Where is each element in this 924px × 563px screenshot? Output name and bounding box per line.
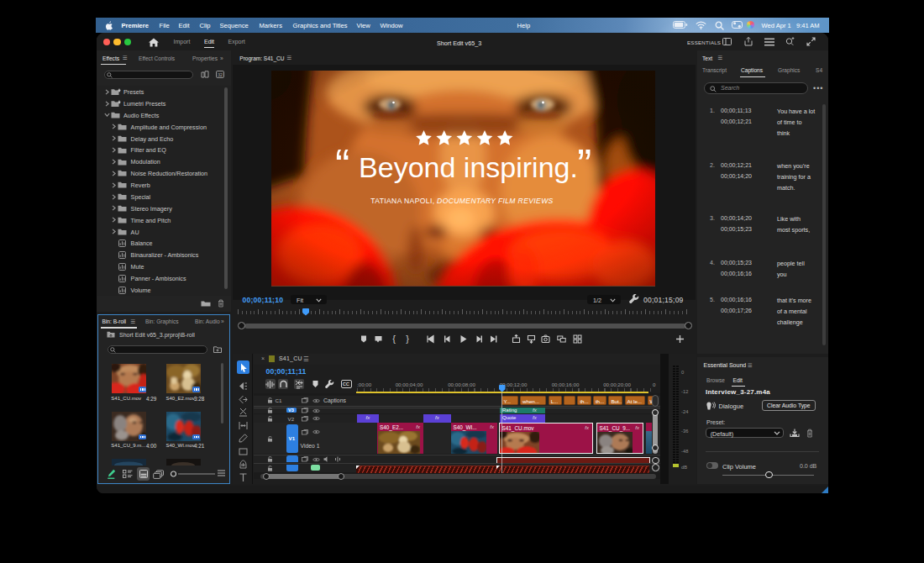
svg-text:“: “ (335, 140, 349, 189)
svg-text:}: } (406, 334, 409, 344)
svg-text:32: 32 (218, 72, 223, 77)
svg-text:{: { (392, 334, 396, 344)
svg-text:Beyond inspiring.: Beyond inspiring. (359, 151, 578, 183)
svg-text:”: ” (577, 140, 591, 189)
svg-text:TATIANA NAPOLI, DOCUMENTARY FI: TATIANA NAPOLI, DOCUMENTARY FILM REVIEWS (370, 197, 553, 205)
